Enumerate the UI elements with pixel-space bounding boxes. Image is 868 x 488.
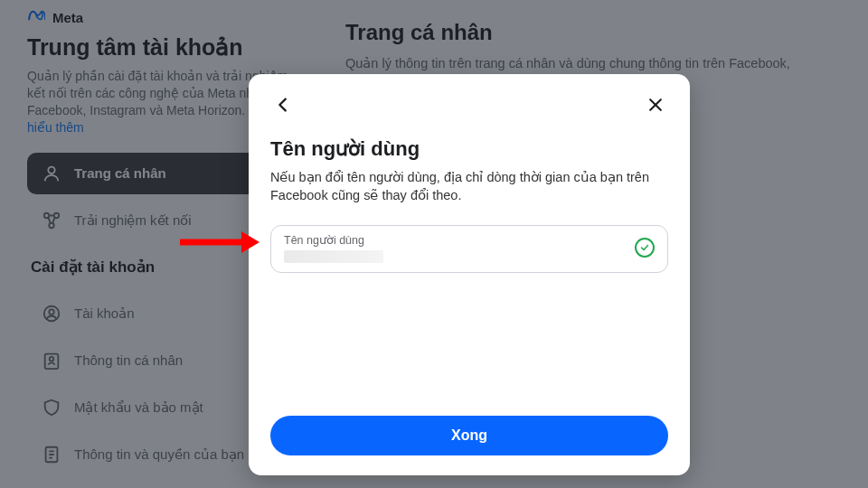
close-icon (646, 96, 665, 117)
username-field-label: Tên người dùng (284, 233, 626, 247)
username-field[interactable]: Tên người dùng (270, 225, 668, 273)
modal-title: Tên người dùng (270, 137, 668, 161)
done-button[interactable]: Xong (270, 416, 668, 455)
back-button[interactable] (270, 94, 296, 119)
modal-header (270, 94, 668, 119)
modal-description: Nếu bạn đổi tên người dùng, địa chỉ dòng… (270, 168, 668, 205)
username-modal: Tên người dùng Nếu bạn đổi tên người dùn… (249, 74, 690, 475)
username-field-value-redacted (284, 250, 383, 263)
valid-check-icon (635, 238, 655, 258)
close-button[interactable] (643, 94, 668, 119)
chevron-left-icon (273, 95, 293, 118)
